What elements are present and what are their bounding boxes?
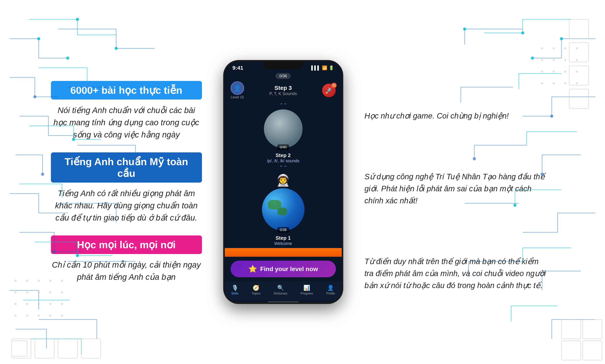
user-icon: 👤 (233, 84, 241, 92)
svg-point-4 (72, 138, 75, 141)
svg-point-52 (576, 82, 578, 84)
svg-point-30 (49, 303, 51, 305)
svg-point-37 (541, 47, 543, 50)
svg-point-18 (26, 280, 28, 282)
step1-title: Step 1 (274, 235, 292, 241)
battery-icon: 🔋 (329, 65, 334, 70)
svg-point-12 (41, 173, 44, 176)
svg-point-48 (576, 70, 578, 73)
silent-switch (223, 145, 224, 164)
rocket-icon: 🚀 (325, 87, 333, 94)
svg-point-0 (37, 37, 40, 40)
step1-planet: 0/38 (262, 188, 305, 231)
phone-container: 9:41 ▌▌▌ 📶 🔋 0/36 👤 (218, 60, 349, 304)
svg-point-11 (33, 95, 36, 98)
svg-rect-53 (12, 339, 31, 358)
svg-point-5 (76, 254, 79, 257)
nav-topics[interactable]: 🧭 Topics (252, 285, 260, 295)
svg-rect-55 (58, 339, 77, 358)
volume-up-button (223, 106, 224, 120)
svg-rect-56 (81, 339, 101, 358)
step1-section: 👨‍🚀 0/38 Step 1 Welcome (262, 173, 305, 246)
find-level-button[interactable]: ⭐ Find your level now (231, 260, 336, 277)
svg-point-16 (473, 157, 476, 160)
step2-progress-badge: 0/40 (277, 144, 289, 150)
signal-icon: ▌▌▌ (311, 65, 321, 70)
progress-pill: 0/36 (275, 73, 291, 79)
svg-rect-65 (583, 341, 602, 360)
profile-icon: 👤 (327, 285, 334, 291)
svg-point-50 (553, 82, 555, 84)
svg-point-43 (564, 59, 566, 61)
find-level-label: Find your level now (260, 265, 318, 273)
step1-chevrons: ⌃⌃ (279, 165, 287, 170)
level-text: Level 15 (231, 95, 244, 99)
astronaut-icon: 👨‍🚀 (276, 173, 290, 187)
svg-rect-57 (12, 341, 27, 356)
home-indicator (268, 301, 299, 302)
svg-rect-64 (561, 341, 581, 360)
bottom-nav: 🎙️ Skills 🧭 Topics 🔍 Dictionary 📊 Progre… (225, 281, 342, 300)
svg-point-42 (553, 59, 555, 61)
svg-point-44 (576, 59, 578, 61)
svg-rect-54 (35, 339, 54, 358)
svg-point-8 (463, 27, 466, 31)
nav-profile[interactable]: 👤 Profile (326, 285, 335, 295)
earth-continent2 (277, 208, 287, 215)
nav-skills[interactable]: 🎙️ Skills (231, 285, 239, 295)
current-step-title: Step 3 (269, 85, 297, 91)
current-step-subtitle: P, T, K Sounds (269, 91, 297, 96)
topics-icon: 🧭 (253, 285, 259, 291)
steps-scroll[interactable]: ⌃⌃ 0/40 Step 2 /p/, /t/, /k/ sounds ⌃⌃ (225, 101, 342, 257)
avatar[interactable]: 👤 (231, 81, 244, 95)
svg-point-14 (550, 115, 553, 118)
step1-desc: Welcome (274, 241, 292, 246)
step2-desc: /p/, /t/, /k/ sounds (267, 158, 299, 163)
phone-notch (264, 62, 303, 69)
svg-point-24 (38, 291, 40, 294)
step2-planet: 0/40 (264, 109, 303, 148)
svg-point-22 (14, 291, 17, 294)
svg-point-9 (521, 31, 524, 35)
step2-section: 0/40 Step 2 /p/, /t/, /k/ sounds ⌃⌃ (264, 109, 303, 170)
svg-point-13 (53, 250, 56, 253)
step2-label: Step 2 /p/, /t/, /k/ sounds (267, 152, 299, 163)
volume-down-button (223, 124, 224, 143)
svg-point-27 (14, 303, 17, 305)
scroll-up-chevrons: ⌃⌃ (279, 103, 287, 107)
svg-point-46 (553, 70, 555, 73)
svg-point-35 (49, 314, 51, 317)
star-icon: ⭐ (248, 265, 257, 273)
skills-label: Skills (231, 292, 239, 295)
status-time: 9:41 (232, 65, 243, 71)
wifi-icon: 📶 (322, 65, 327, 70)
step1-progress-badge: 0/38 (277, 227, 289, 233)
nav-dictionary[interactable]: 🔍 Dictionary (274, 285, 287, 295)
step3-section: ⌃⌃ (279, 103, 287, 107)
svg-point-28 (26, 303, 28, 305)
svg-point-32 (14, 314, 17, 317)
rocket-badge: 21 (331, 83, 337, 88)
svg-point-2 (115, 47, 118, 50)
svg-rect-62 (561, 319, 581, 339)
svg-rect-63 (583, 319, 602, 339)
user-avatar-container: 👤 Level 15 (231, 81, 244, 99)
dictionary-label: Dictionary (274, 292, 287, 295)
svg-point-39 (564, 47, 566, 50)
status-icons: ▌▌▌ 📶 🔋 (311, 65, 334, 70)
progress-icon: 📊 (303, 285, 310, 291)
nav-progress[interactable]: 📊 Progress (301, 285, 313, 295)
lava-bottom (225, 248, 342, 257)
svg-point-15 (541, 173, 544, 176)
svg-point-49 (541, 82, 543, 84)
svg-point-51 (564, 82, 566, 84)
rocket-button[interactable]: 🚀 21 (322, 84, 336, 97)
svg-point-7 (531, 56, 534, 60)
step2-title: Step 2 (267, 152, 299, 158)
svg-point-6 (560, 37, 563, 40)
svg-point-26 (61, 291, 63, 294)
power-button (343, 116, 343, 135)
svg-point-20 (49, 280, 51, 282)
svg-point-36 (61, 314, 63, 317)
dictionary-icon: 🔍 (277, 285, 284, 291)
